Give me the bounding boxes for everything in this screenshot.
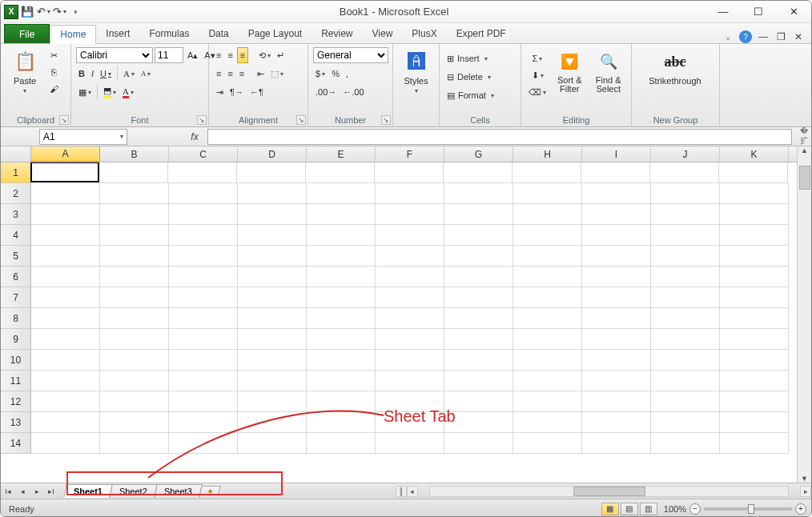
cell-A6[interactable] <box>31 267 100 287</box>
cut-icon[interactable]: ✂ <box>47 47 61 63</box>
tab-formulas[interactable]: Formulas <box>139 24 199 43</box>
cell-F4[interactable] <box>376 225 444 246</box>
cell-J10[interactable] <box>651 350 720 371</box>
cell-D13[interactable] <box>238 412 307 433</box>
cell-A10[interactable] <box>31 350 100 371</box>
workbook-restore-icon[interactable]: ❐ <box>774 30 787 43</box>
cell-I2[interactable] <box>582 183 651 204</box>
cell-G10[interactable] <box>444 350 513 371</box>
row-header-10[interactable]: 10 <box>1 350 31 371</box>
cell-H4[interactable] <box>513 225 582 246</box>
cell-B4[interactable] <box>100 225 169 246</box>
file-tab[interactable]: File <box>4 24 50 43</box>
sheet-tab-sheet2[interactable]: Sheet2 <box>109 484 157 498</box>
cell-D8[interactable] <box>238 308 307 329</box>
cell-A8[interactable] <box>31 308 100 329</box>
cell-B1[interactable] <box>99 162 168 183</box>
cell-E2[interactable] <box>307 183 376 204</box>
cell-D11[interactable] <box>238 371 307 391</box>
clear-icon[interactable]: ⌫ <box>526 84 549 100</box>
col-header-D[interactable]: D <box>238 146 307 162</box>
cell-J3[interactable] <box>651 204 720 225</box>
cell-G3[interactable] <box>444 204 513 225</box>
cell-K7[interactable] <box>720 287 789 308</box>
cell-K1[interactable] <box>719 162 788 183</box>
percent-icon[interactable]: % <box>329 66 342 82</box>
cell-G4[interactable] <box>444 225 513 246</box>
comma-icon[interactable]: , <box>344 66 351 82</box>
cell-D3[interactable] <box>238 204 307 225</box>
merge-icon[interactable]: ⬚ <box>268 66 286 82</box>
cell-I5[interactable] <box>582 246 651 267</box>
row-header-13[interactable]: 13 <box>1 412 31 433</box>
align-top-icon[interactable]: ≡ <box>214 47 223 63</box>
zoom-out-icon[interactable]: − <box>689 503 701 515</box>
scroll-split-icon[interactable]: ║ <box>396 486 407 497</box>
increase-font-icon[interactable]: A <box>121 66 137 82</box>
cell-D9[interactable] <box>238 329 307 350</box>
cell-B6[interactable] <box>100 267 169 287</box>
row-header-1[interactable]: 1 <box>1 162 31 183</box>
cell-I14[interactable] <box>582 433 651 454</box>
zoom-slider[interactable] <box>704 507 792 511</box>
save-icon[interactable]: 💾 <box>20 5 34 19</box>
cell-I11[interactable] <box>582 371 651 391</box>
font-size-input[interactable] <box>155 47 183 63</box>
col-header-I[interactable]: I <box>582 146 651 162</box>
cell-B11[interactable] <box>100 371 169 391</box>
cell-J13[interactable] <box>651 412 720 433</box>
cell-B8[interactable] <box>100 308 169 329</box>
fx-icon[interactable]: fx <box>187 131 203 142</box>
cell-E11[interactable] <box>307 371 376 391</box>
cell-K5[interactable] <box>720 246 789 267</box>
cell-E5[interactable] <box>307 246 376 267</box>
cell-G6[interactable] <box>444 267 513 287</box>
cell-G7[interactable] <box>444 287 513 308</box>
align-center-icon[interactable]: ≡ <box>225 66 235 82</box>
cell-G11[interactable] <box>444 371 513 391</box>
cell-K13[interactable] <box>720 412 789 433</box>
workbook-minimize-icon[interactable]: ― <box>757 30 770 43</box>
maximize-button[interactable]: ☐ <box>741 1 776 23</box>
cell-B10[interactable] <box>100 350 169 371</box>
cell-K6[interactable] <box>720 267 789 287</box>
bold-button[interactable]: B <box>76 66 87 82</box>
zoom-in-icon[interactable]: + <box>795 503 806 515</box>
tab-expert-pdf[interactable]: Expert PDF <box>447 24 516 43</box>
cell-B9[interactable] <box>100 329 169 350</box>
cell-D12[interactable] <box>238 391 307 412</box>
cell-K2[interactable] <box>720 183 789 204</box>
copy-icon[interactable]: ⎘ <box>47 64 61 80</box>
strikethrough-button[interactable]: abc Strikethrough <box>637 47 714 86</box>
fill-icon[interactable]: ⬇ <box>526 67 549 83</box>
cell-E8[interactable] <box>307 308 376 329</box>
cell-H11[interactable] <box>513 371 582 391</box>
cell-J9[interactable] <box>651 329 720 350</box>
delete-cells-button[interactable]: ⊟Delete <box>444 69 493 85</box>
align-middle-icon[interactable]: ≡ <box>225 47 235 63</box>
expand-formula-icon[interactable]: �扩 <box>797 126 811 146</box>
col-header-J[interactable]: J <box>651 146 720 162</box>
styles-button[interactable]: 🅰 Styles ▾ <box>398 47 434 94</box>
row-header-2[interactable]: 2 <box>1 183 31 204</box>
cell-F14[interactable] <box>376 433 444 454</box>
cell-K9[interactable] <box>720 329 789 350</box>
cell-C1[interactable] <box>168 162 237 183</box>
cell-I13[interactable] <box>582 412 651 433</box>
cell-A12[interactable] <box>31 391 100 412</box>
cell-A11[interactable] <box>31 371 100 391</box>
redo-icon[interactable]: ↷ <box>52 5 66 19</box>
cell-B7[interactable] <box>100 287 169 308</box>
tab-review[interactable]: Review <box>312 24 362 43</box>
cell-E12[interactable] <box>307 391 376 412</box>
page-break-view-icon[interactable]: ▥ <box>640 503 657 515</box>
col-header-K[interactable]: K <box>720 146 789 162</box>
cell-E4[interactable] <box>307 225 376 246</box>
cell-I4[interactable] <box>582 225 651 246</box>
cell-A13[interactable] <box>31 412 100 433</box>
cell-B3[interactable] <box>100 204 169 225</box>
row-header-14[interactable]: 14 <box>1 433 31 454</box>
find-select-button[interactable]: 🔍 Find & Select <box>591 47 627 94</box>
formula-input[interactable] <box>207 129 792 145</box>
align-left-icon[interactable]: ≡ <box>214 66 223 82</box>
